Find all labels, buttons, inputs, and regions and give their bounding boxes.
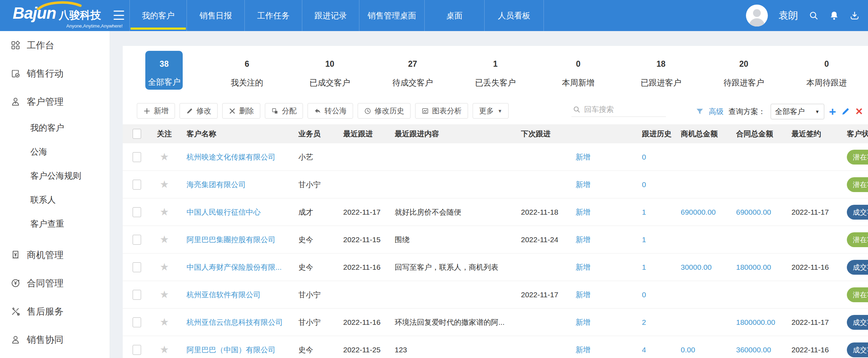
menu-icon[interactable] [114,11,124,20]
favorite-star-icon[interactable]: ★ [160,317,169,327]
stat-label: 全部客户 [145,77,183,88]
stat-5[interactable]: 1已丢失客户 [454,46,537,99]
sidebar-item-5[interactable]: 合同管理 [0,269,110,297]
customer-name-link[interactable]: 中国人寿财产保险股份有限... [187,263,282,271]
toolbar-button-4[interactable]: 分配 [265,103,303,119]
add-follow-link[interactable]: 新增 [576,153,590,161]
favorite-star-icon[interactable]: ★ [160,234,169,245]
stat-6[interactable]: 0本周新增 [537,46,620,99]
opportunity-amount-link[interactable]: 690000.00 [681,208,716,216]
add-follow-link[interactable]: 新增 [576,180,590,189]
sidebar-subitem[interactable]: 客户查重 [0,212,110,236]
row-checkbox[interactable] [133,152,141,162]
favorite-star-icon[interactable]: ★ [160,345,169,355]
follow-history-link[interactable]: 0 [642,180,646,189]
opportunity-amount-link[interactable]: 30000.00 [681,263,712,271]
toolbar-button-5[interactable]: 转公海 [308,103,353,119]
add-follow-link[interactable]: 新增 [576,346,590,354]
search-box [571,104,666,117]
advanced-filter-link[interactable]: 高级 [709,107,724,117]
nav-tab-1[interactable]: 我的客户 [129,0,187,31]
follow-history-link[interactable]: 1 [642,263,646,271]
scheme-select[interactable]: 全部客户 ▼ [771,104,824,119]
sidebar-item-7[interactable]: 销售协同 [0,326,110,354]
row-checkbox[interactable] [133,180,141,190]
nav-tab-2[interactable]: 销售日报 [187,0,245,31]
add-follow-link[interactable]: 新增 [576,263,590,271]
follow-history-link[interactable]: 1 [642,235,646,244]
row-checkbox[interactable] [133,290,141,300]
row-checkbox[interactable] [133,207,141,217]
contract-amount-link[interactable]: 1800000.00 [736,318,775,326]
nav-tab-7[interactable]: 人员看板 [485,0,544,31]
delete-scheme-icon[interactable]: ✕ [855,107,863,117]
add-follow-link[interactable]: 新增 [576,318,590,326]
toolbar-button-8[interactable]: 更多▼ [473,103,509,119]
stat-label: 已丢失客户 [454,77,537,88]
toolbar-button-7[interactable]: 图表分析 [415,103,468,119]
sidebar-subitem[interactable]: 我的客户 [0,116,110,140]
add-scheme-icon[interactable]: + [829,106,836,118]
contract-amount-link[interactable]: 180000.00 [736,263,771,271]
sidebar-item-2[interactable]: 销售行动 [0,59,110,88]
nav-tab-5[interactable]: 销售管理桌面 [359,0,425,31]
follow-history-link[interactable]: 0 [642,153,646,161]
row-checkbox[interactable] [133,345,141,355]
stat-4[interactable]: 27待成交客户 [371,46,454,99]
stat-2[interactable]: 6我关注的 [206,46,289,99]
nav-tab-6[interactable]: 桌面 [425,0,485,31]
stat-1[interactable]: 38全部客户 [123,46,206,99]
favorite-star-icon[interactable]: ★ [160,207,169,217]
follow-history-link[interactable]: 2 [642,318,646,326]
opportunity-amount-link[interactable]: 0.00 [681,346,695,354]
stat-3[interactable]: 10已成交客户 [289,46,371,99]
select-all-checkbox[interactable] [133,129,141,139]
user-avatar[interactable] [746,5,768,26]
customer-name-link[interactable]: 阿里巴巴（中国）有限公司 [187,346,275,354]
sidebar-item-4[interactable]: 商机管理 [0,241,110,269]
contract-amount-link[interactable]: 690000.00 [736,208,771,216]
follow-history-link[interactable]: 4 [642,346,646,354]
sidebar-subitem[interactable]: 公海 [0,140,110,164]
edit-scheme-icon[interactable] [841,107,850,116]
customer-name-link[interactable]: 杭州映途文化传媒有限公司 [187,153,275,161]
sidebar-subitem[interactable]: 客户公海规则 [0,164,110,188]
customer-name-link[interactable]: 阿里巴巴集團控股有限公司 [187,235,275,244]
customer-name-link[interactable]: 海亮集团有限公司 [187,180,246,189]
toolbar-button-6[interactable]: 修改历史 [358,103,411,119]
funnel-icon[interactable] [696,107,704,116]
toolbar-button-3[interactable]: 删除 [222,103,260,119]
favorite-star-icon[interactable]: ★ [160,262,169,272]
nav-tab-3[interactable]: 工作任务 [245,0,302,31]
nav-tab-4[interactable]: 跟进记录 [302,0,359,31]
stat-9[interactable]: 0本周待跟进 [785,46,868,99]
follow-history-link[interactable]: 1 [642,208,646,216]
add-follow-link[interactable]: 新增 [576,208,590,216]
row-checkbox[interactable] [133,317,141,327]
customer-name-link[interactable]: 杭州亚信软件有限公司 [187,291,261,299]
row-checkbox[interactable] [133,235,141,245]
sidebar-item-6[interactable]: 售后服务 [0,297,110,326]
bell-icon[interactable] [829,11,839,20]
stat-7[interactable]: 18已跟进客户 [620,46,703,99]
sidebar-item-1[interactable]: 工作台 [0,31,110,59]
stat-8[interactable]: 20待跟进客户 [702,46,785,99]
favorite-star-icon[interactable]: ★ [160,179,169,190]
search-input[interactable] [584,105,660,114]
download-icon[interactable] [850,11,860,20]
favorite-star-icon[interactable]: ★ [160,152,169,162]
add-follow-link[interactable]: 新增 [576,291,590,299]
toolbar-button-1[interactable]: 新增 [137,103,175,119]
sidebar-item-3[interactable]: 客户管理 [0,88,110,116]
user-name[interactable]: 袁朗 [778,9,798,22]
contract-amount-link[interactable]: 360000.00 [736,346,771,354]
customer-name-link[interactable]: 中国人民银行征信中心 [187,208,261,216]
row-checkbox[interactable] [133,262,141,272]
sidebar-subitem[interactable]: 联系人 [0,188,110,212]
toolbar-button-2[interactable]: 修改 [180,103,218,119]
add-follow-link[interactable]: 新增 [576,235,590,244]
follow-history-link[interactable]: 0 [642,291,646,299]
search-icon[interactable] [809,11,819,20]
favorite-star-icon[interactable]: ★ [160,290,169,300]
customer-name-link[interactable]: 杭州亚信云信息科技有限公司 [187,318,283,326]
